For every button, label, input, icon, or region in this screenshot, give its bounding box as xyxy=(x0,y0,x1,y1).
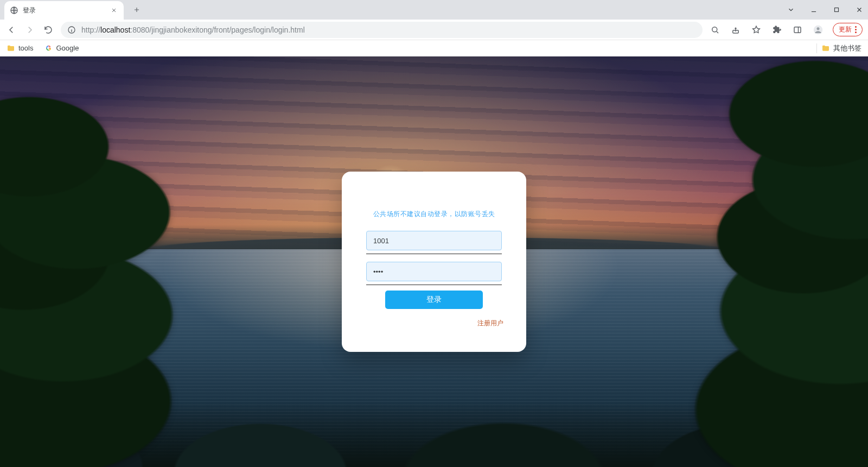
url-text: http://localhost:8080/jingjianbokexitong… xyxy=(81,26,696,34)
bookmark-google[interactable]: G Google xyxy=(44,44,79,53)
login-button[interactable]: 登录 xyxy=(385,291,483,309)
login-hint: 公共场所不建议自动登录，以防账号丢失 xyxy=(357,210,511,219)
extensions-icon[interactable] xyxy=(771,24,783,36)
globe-icon xyxy=(10,6,18,15)
kebab-menu-icon xyxy=(855,26,857,33)
window-close-icon[interactable] xyxy=(854,4,865,15)
bookmark-label: Google xyxy=(56,44,79,52)
bookmark-star-icon[interactable] xyxy=(750,24,762,36)
svg-rect-5 xyxy=(794,27,801,33)
zoom-icon[interactable] xyxy=(709,24,721,36)
svg-point-3 xyxy=(712,27,717,31)
page-viewport: 公共场所不建议自动登录，以防账号丢失 登录 注册用户 xyxy=(0,56,868,467)
bookmark-label: tools xyxy=(18,44,33,52)
password-input[interactable] xyxy=(366,262,502,281)
reload-button[interactable] xyxy=(42,24,54,36)
window-maximize-icon[interactable] xyxy=(831,4,842,15)
new-tab-button[interactable] xyxy=(129,2,144,17)
bookmarks-bar: tools G Google 其他书签 xyxy=(0,40,868,56)
profile-icon[interactable] xyxy=(812,24,824,36)
window-minimize-icon[interactable] xyxy=(808,4,819,15)
username-input[interactable] xyxy=(366,231,502,250)
back-button[interactable] xyxy=(5,24,17,36)
toolbar: http://localhost:8080/jingjianbokexitong… xyxy=(0,20,868,40)
update-label: 更新 xyxy=(839,25,852,34)
share-icon[interactable] xyxy=(730,24,742,36)
tab-strip: 登录 xyxy=(0,0,868,20)
field-underline xyxy=(366,285,502,285)
chevron-down-icon[interactable] xyxy=(786,4,796,15)
folder-icon xyxy=(821,44,830,53)
svg-point-7 xyxy=(816,27,819,30)
bookmarks-separator xyxy=(816,43,817,53)
bookmark-label: 其他书签 xyxy=(833,43,861,53)
site-info-icon[interactable] xyxy=(67,26,76,34)
close-tab-icon[interactable] xyxy=(110,6,118,15)
folder-icon xyxy=(7,44,15,53)
bookmark-other[interactable]: 其他书签 xyxy=(821,43,861,53)
field-underline xyxy=(366,254,502,254)
browser-chrome: 登录 xyxy=(0,0,868,56)
update-chrome-button[interactable]: 更新 xyxy=(833,23,863,36)
login-card: 公共场所不建议自动登录，以防账号丢失 登录 注册用户 xyxy=(342,172,526,352)
forward-button[interactable] xyxy=(24,24,36,36)
bookmark-tools[interactable]: tools xyxy=(7,44,33,53)
address-bar[interactable]: http://localhost:8080/jingjianbokexitong… xyxy=(61,22,703,38)
browser-tab[interactable]: 登录 xyxy=(4,1,124,20)
svg-rect-1 xyxy=(835,8,839,12)
google-icon: G xyxy=(44,44,53,53)
tab-title: 登录 xyxy=(23,6,105,15)
register-link[interactable]: 注册用户 xyxy=(357,319,503,328)
side-panel-icon[interactable] xyxy=(792,24,803,36)
